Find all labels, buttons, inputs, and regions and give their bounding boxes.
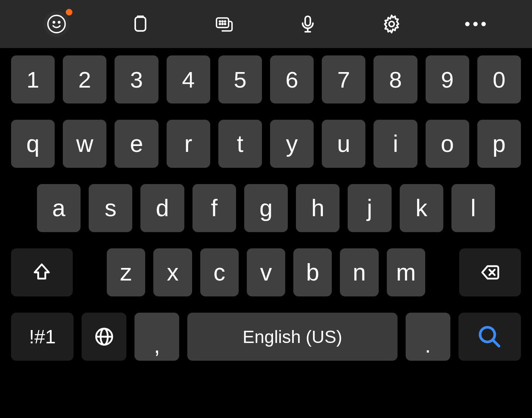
keyboard: 1 2 3 4 5 6 7 8 9 0 q w e r t y u i o p … (0, 0, 532, 418)
gear-icon (381, 14, 402, 34)
notification-dot-icon (66, 9, 72, 16)
key-0[interactable]: 0 (477, 55, 521, 103)
key-u[interactable]: u (322, 120, 365, 168)
space-key[interactable]: English (US) (187, 313, 397, 361)
svg-point-2 (58, 21, 60, 23)
search-key[interactable] (458, 313, 521, 361)
symbols-key[interactable]: !#1 (11, 313, 74, 361)
key-d[interactable]: d (140, 184, 184, 232)
key-9[interactable]: 9 (426, 55, 469, 103)
key-2[interactable]: 2 (63, 55, 106, 103)
key-v[interactable]: v (247, 248, 285, 296)
key-a[interactable]: a (37, 184, 81, 232)
svg-point-1 (53, 21, 55, 23)
svg-point-9 (222, 24, 223, 25)
keyboard-icon (214, 14, 235, 34)
key-h[interactable]: h (296, 184, 340, 232)
comma-key[interactable]: , (134, 313, 179, 361)
key-i[interactable]: i (374, 120, 417, 168)
number-row: 1 2 3 4 5 6 7 8 9 0 (11, 55, 521, 103)
key-g[interactable]: g (244, 184, 288, 232)
key-b[interactable]: b (293, 248, 332, 296)
globe-icon (93, 326, 115, 347)
key-r[interactable]: r (167, 120, 210, 168)
shift-icon (31, 262, 52, 283)
key-n[interactable]: n (340, 248, 378, 296)
key-f[interactable]: f (192, 184, 236, 232)
key-8[interactable]: 8 (374, 55, 417, 103)
smile-icon (46, 14, 67, 34)
more-horizontal-icon (465, 22, 486, 26)
key-x[interactable]: x (153, 248, 192, 296)
key-c[interactable]: c (200, 248, 239, 296)
svg-rect-4 (216, 18, 229, 28)
zxcv-row: z x c v b n m (11, 248, 521, 296)
key-z[interactable]: z (107, 248, 145, 296)
key-t[interactable]: t (218, 120, 262, 168)
key-6[interactable]: 6 (270, 55, 314, 103)
key-s[interactable]: s (89, 184, 132, 232)
svg-point-8 (219, 24, 221, 25)
key-4[interactable]: 4 (167, 55, 210, 103)
key-m[interactable]: m (387, 248, 425, 296)
settings-button[interactable] (379, 11, 405, 37)
emoji-button[interactable] (44, 11, 69, 37)
key-1[interactable]: 1 (11, 55, 55, 103)
svg-point-7 (225, 21, 226, 22)
key-o[interactable]: o (426, 120, 469, 168)
svg-point-6 (222, 21, 223, 22)
key-p[interactable]: p (477, 120, 521, 168)
svg-rect-3 (135, 17, 146, 31)
key-k[interactable]: k (400, 184, 443, 232)
key-l[interactable]: l (451, 184, 495, 232)
key-y[interactable]: y (270, 120, 314, 168)
shift-key[interactable] (11, 248, 73, 296)
language-key[interactable] (82, 313, 126, 361)
keyboard-toolbar (0, 0, 532, 48)
period-key[interactable]: . (406, 313, 450, 361)
backspace-icon (480, 262, 501, 283)
clipboard-button[interactable] (127, 11, 153, 37)
svg-point-0 (48, 16, 65, 33)
qwerty-row: q w e r t y u i o p (11, 120, 521, 168)
key-w[interactable]: w (63, 120, 106, 168)
keys-area: 1 2 3 4 5 6 7 8 9 0 q w e r t y u i o p … (0, 48, 532, 418)
more-options-button[interactable] (463, 11, 488, 37)
svg-point-14 (389, 21, 394, 27)
backspace-key[interactable] (459, 248, 521, 296)
key-3[interactable]: 3 (115, 55, 158, 103)
key-j[interactable]: j (348, 184, 391, 232)
key-q[interactable]: q (11, 120, 55, 168)
search-icon (477, 324, 502, 349)
svg-line-21 (493, 340, 499, 346)
microphone-icon (297, 14, 318, 34)
bottom-row: !#1 , English (US) . (11, 313, 521, 361)
svg-rect-11 (305, 16, 310, 26)
key-5[interactable]: 5 (218, 55, 262, 103)
clipboard-icon (130, 14, 151, 34)
key-7[interactable]: 7 (322, 55, 365, 103)
svg-point-10 (225, 24, 226, 25)
svg-point-5 (219, 21, 221, 22)
asdf-row: a s d f g h j k l (11, 184, 521, 232)
keyboard-mode-button[interactable] (211, 11, 237, 37)
key-e[interactable]: e (115, 120, 158, 168)
voice-input-button[interactable] (295, 11, 321, 37)
